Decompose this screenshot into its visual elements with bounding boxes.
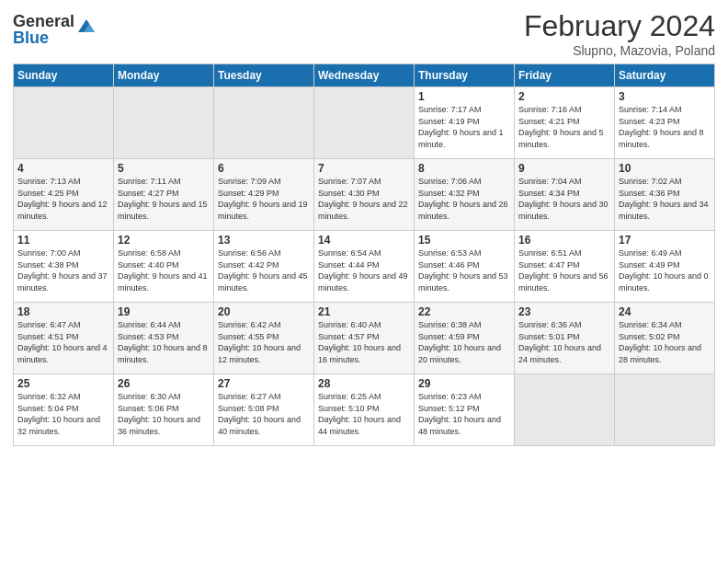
header-cell-wednesday: Wednesday (314, 64, 415, 87)
day-number: 7 (318, 162, 410, 175)
day-content: Sunrise: 7:00 AM Sunset: 4:38 PM Dayligh… (17, 247, 109, 293)
calendar-cell: 16Sunrise: 6:51 AM Sunset: 4:47 PM Dayli… (515, 231, 615, 303)
calendar-cell: 18Sunrise: 6:47 AM Sunset: 4:51 PM Dayli… (14, 303, 114, 374)
header-cell-sunday: Sunday (14, 64, 114, 87)
day-content: Sunrise: 7:17 AM Sunset: 4:19 PM Dayligh… (418, 104, 510, 150)
day-number: 9 (518, 162, 610, 175)
header-cell-monday: Monday (114, 64, 214, 87)
calendar-cell: 5Sunrise: 7:11 AM Sunset: 4:27 PM Daylig… (114, 159, 214, 231)
week-row-3: 18Sunrise: 6:47 AM Sunset: 4:51 PM Dayli… (14, 303, 715, 374)
calendar-cell (14, 87, 114, 159)
header-cell-tuesday: Tuesday (214, 64, 314, 87)
calendar-header: SundayMondayTuesdayWednesdayThursdayFrid… (14, 64, 715, 87)
logo-blue-text: Blue (13, 29, 74, 46)
day-number: 29 (418, 377, 510, 390)
calendar-cell: 8Sunrise: 7:06 AM Sunset: 4:32 PM Daylig… (415, 159, 515, 231)
header-cell-thursday: Thursday (415, 64, 515, 87)
calendar-cell: 14Sunrise: 6:54 AM Sunset: 4:44 PM Dayli… (314, 231, 415, 303)
day-number: 1 (418, 90, 510, 103)
calendar-cell: 26Sunrise: 6:30 AM Sunset: 5:06 PM Dayli… (114, 374, 214, 446)
day-number: 20 (218, 305, 310, 318)
day-number: 3 (619, 90, 711, 103)
header-cell-friday: Friday (515, 64, 615, 87)
logo: General Blue (13, 13, 97, 46)
location: Slupno, Mazovia, Poland (524, 43, 715, 58)
day-number: 6 (218, 162, 310, 175)
calendar-cell: 2Sunrise: 7:16 AM Sunset: 4:21 PM Daylig… (515, 87, 615, 159)
calendar-cell: 6Sunrise: 7:09 AM Sunset: 4:29 PM Daylig… (214, 159, 314, 231)
page: General Blue February 2024 Slupno, Mazov… (0, 0, 728, 563)
day-content: Sunrise: 6:51 AM Sunset: 4:47 PM Dayligh… (518, 247, 610, 293)
day-content: Sunrise: 7:13 AM Sunset: 4:25 PM Dayligh… (17, 176, 109, 222)
day-number: 10 (619, 162, 711, 175)
calendar-cell: 1Sunrise: 7:17 AM Sunset: 4:19 PM Daylig… (415, 87, 515, 159)
day-number: 24 (619, 305, 711, 318)
day-content: Sunrise: 6:40 AM Sunset: 4:57 PM Dayligh… (318, 319, 410, 365)
day-number: 12 (118, 234, 210, 247)
day-content: Sunrise: 7:07 AM Sunset: 4:30 PM Dayligh… (318, 176, 410, 222)
day-number: 27 (218, 377, 310, 390)
calendar-cell: 27Sunrise: 6:27 AM Sunset: 5:08 PM Dayli… (214, 374, 314, 446)
day-content: Sunrise: 6:34 AM Sunset: 5:02 PM Dayligh… (619, 319, 711, 365)
calendar-cell: 29Sunrise: 6:23 AM Sunset: 5:12 PM Dayli… (415, 374, 515, 446)
day-content: Sunrise: 7:14 AM Sunset: 4:23 PM Dayligh… (619, 104, 711, 150)
day-content: Sunrise: 6:32 AM Sunset: 5:04 PM Dayligh… (17, 391, 109, 437)
header: General Blue February 2024 Slupno, Mazov… (13, 9, 715, 58)
title-block: February 2024 Slupno, Mazovia, Poland (524, 9, 715, 58)
calendar-cell: 15Sunrise: 6:53 AM Sunset: 4:46 PM Dayli… (415, 231, 515, 303)
calendar-cell: 11Sunrise: 7:00 AM Sunset: 4:38 PM Dayli… (14, 231, 114, 303)
day-content: Sunrise: 6:23 AM Sunset: 5:12 PM Dayligh… (418, 391, 510, 437)
week-row-2: 11Sunrise: 7:00 AM Sunset: 4:38 PM Dayli… (14, 231, 715, 303)
calendar-cell: 4Sunrise: 7:13 AM Sunset: 4:25 PM Daylig… (14, 159, 114, 231)
week-row-4: 25Sunrise: 6:32 AM Sunset: 5:04 PM Dayli… (14, 374, 715, 446)
day-content: Sunrise: 7:11 AM Sunset: 4:27 PM Dayligh… (118, 176, 210, 222)
day-content: Sunrise: 7:16 AM Sunset: 4:21 PM Dayligh… (518, 104, 610, 150)
calendar-cell: 9Sunrise: 7:04 AM Sunset: 4:34 PM Daylig… (515, 159, 615, 231)
calendar-cell: 24Sunrise: 6:34 AM Sunset: 5:02 PM Dayli… (615, 303, 715, 374)
day-number: 16 (518, 234, 610, 247)
day-content: Sunrise: 6:49 AM Sunset: 4:49 PM Dayligh… (619, 247, 711, 293)
day-number: 14 (318, 234, 410, 247)
day-content: Sunrise: 6:56 AM Sunset: 4:42 PM Dayligh… (218, 247, 310, 293)
week-row-1: 4Sunrise: 7:13 AM Sunset: 4:25 PM Daylig… (14, 159, 715, 231)
calendar-cell: 19Sunrise: 6:44 AM Sunset: 4:53 PM Dayli… (114, 303, 214, 374)
calendar-cell: 21Sunrise: 6:40 AM Sunset: 4:57 PM Dayli… (314, 303, 415, 374)
day-content: Sunrise: 6:38 AM Sunset: 4:59 PM Dayligh… (418, 319, 510, 365)
calendar-cell: 23Sunrise: 6:36 AM Sunset: 5:01 PM Dayli… (515, 303, 615, 374)
calendar-cell: 12Sunrise: 6:58 AM Sunset: 4:40 PM Dayli… (114, 231, 214, 303)
day-number: 25 (17, 377, 109, 390)
calendar-body: 1Sunrise: 7:17 AM Sunset: 4:19 PM Daylig… (14, 87, 715, 446)
day-number: 4 (17, 162, 109, 175)
day-content: Sunrise: 6:27 AM Sunset: 5:08 PM Dayligh… (218, 391, 310, 437)
day-content: Sunrise: 6:42 AM Sunset: 4:55 PM Dayligh… (218, 319, 310, 365)
calendar-cell: 3Sunrise: 7:14 AM Sunset: 4:23 PM Daylig… (615, 87, 715, 159)
day-content: Sunrise: 7:06 AM Sunset: 4:32 PM Dayligh… (418, 176, 510, 222)
day-number: 13 (218, 234, 310, 247)
logo-icon (76, 16, 97, 36)
calendar-cell: 10Sunrise: 7:02 AM Sunset: 4:36 PM Dayli… (615, 159, 715, 231)
calendar-cell: 25Sunrise: 6:32 AM Sunset: 5:04 PM Dayli… (14, 374, 114, 446)
day-content: Sunrise: 6:53 AM Sunset: 4:46 PM Dayligh… (418, 247, 510, 293)
day-content: Sunrise: 7:04 AM Sunset: 4:34 PM Dayligh… (518, 176, 610, 222)
day-content: Sunrise: 6:30 AM Sunset: 5:06 PM Dayligh… (118, 391, 210, 437)
day-number: 22 (418, 305, 510, 318)
week-row-0: 1Sunrise: 7:17 AM Sunset: 4:19 PM Daylig… (14, 87, 715, 159)
day-number: 5 (118, 162, 210, 175)
day-number: 11 (17, 234, 109, 247)
day-content: Sunrise: 6:25 AM Sunset: 5:10 PM Dayligh… (318, 391, 410, 437)
day-number: 2 (518, 90, 610, 103)
day-content: Sunrise: 6:58 AM Sunset: 4:40 PM Dayligh… (118, 247, 210, 293)
calendar-cell: 20Sunrise: 6:42 AM Sunset: 4:55 PM Dayli… (214, 303, 314, 374)
day-content: Sunrise: 6:36 AM Sunset: 5:01 PM Dayligh… (518, 319, 610, 365)
header-cell-saturday: Saturday (615, 64, 715, 87)
day-number: 15 (418, 234, 510, 247)
month-title: February 2024 (524, 9, 715, 43)
day-content: Sunrise: 7:09 AM Sunset: 4:29 PM Dayligh… (218, 176, 310, 222)
calendar-cell (314, 87, 415, 159)
calendar-cell: 13Sunrise: 6:56 AM Sunset: 4:42 PM Dayli… (214, 231, 314, 303)
day-content: Sunrise: 6:54 AM Sunset: 4:44 PM Dayligh… (318, 247, 410, 293)
day-number: 8 (418, 162, 510, 175)
calendar-cell: 28Sunrise: 6:25 AM Sunset: 5:10 PM Dayli… (314, 374, 415, 446)
day-number: 17 (619, 234, 711, 247)
calendar-cell (515, 374, 615, 446)
